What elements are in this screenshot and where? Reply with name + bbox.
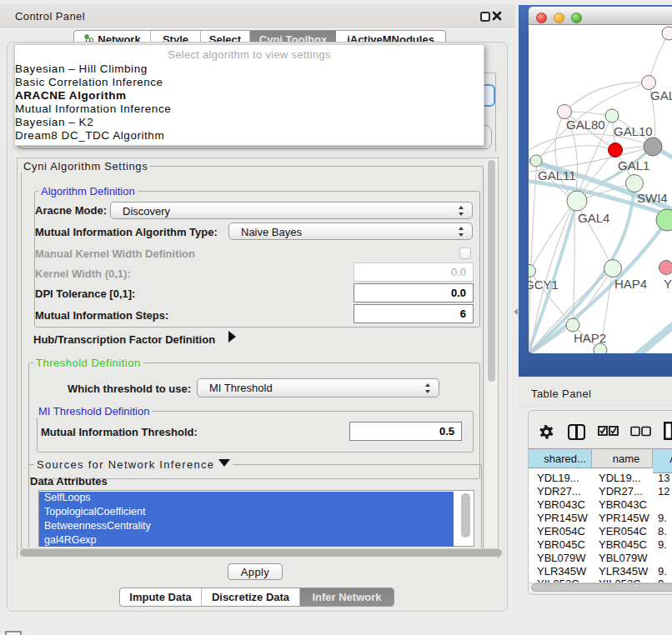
svg-text:HAP2: HAP2 bbox=[574, 331, 606, 345]
svg-text:GAL: GAL bbox=[650, 88, 672, 102]
svg-text:Y: Y bbox=[664, 277, 672, 291]
svg-text:HAP4: HAP4 bbox=[614, 277, 647, 291]
svg-text:SWI4: SWI4 bbox=[637, 191, 668, 205]
svg-text:GAL4: GAL4 bbox=[578, 211, 609, 225]
svg-text:GAL1: GAL1 bbox=[618, 158, 649, 172]
svg-text:GAL80: GAL80 bbox=[566, 118, 605, 132]
svg-text:GAL11: GAL11 bbox=[538, 168, 576, 182]
svg-text:GCY1: GCY1 bbox=[529, 278, 559, 292]
svg-text:GAL10: GAL10 bbox=[614, 124, 653, 138]
